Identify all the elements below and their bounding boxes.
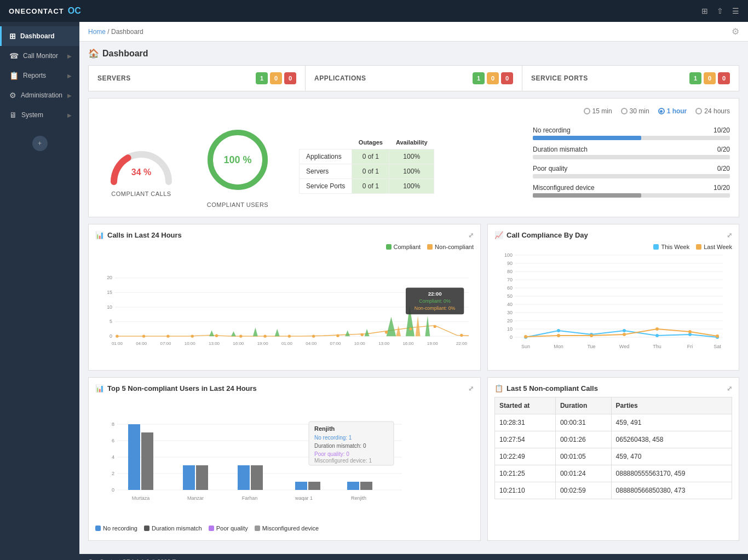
svg-text:07:00: 07:00 (160, 341, 171, 346)
svg-rect-121 (360, 482, 372, 490)
row-parties: 459, 470 (611, 448, 732, 465)
top-header: ONECONTACT OC ⊞ ⇧ ☰ (0, 0, 748, 22)
svg-point-26 (142, 334, 145, 337)
grid-icon[interactable]: ⊞ (701, 7, 708, 15)
col-parties: Parties (611, 397, 732, 414)
svg-rect-115 (196, 465, 208, 490)
legend-last-week-label: Last Week (704, 244, 732, 250)
sidebar-action-button[interactable]: + (32, 136, 48, 151)
stat-label: Misconfigured device (533, 184, 595, 192)
svg-point-31 (263, 334, 266, 337)
compliance-svg-chart: 0 10 20 30 40 50 60 70 80 90 100 (494, 252, 732, 362)
svg-point-35 (361, 333, 364, 336)
svg-text:13:00: 13:00 (209, 341, 220, 346)
stat-duration-mismatch: Duration mismatch 0/20 (533, 146, 730, 159)
servers-badges: 1 0 0 (256, 72, 296, 84)
svg-rect-116 (238, 465, 250, 490)
row-duration: 00:01:26 (555, 431, 611, 448)
svg-text:6: 6 (112, 438, 114, 443)
svg-text:Murtaza: Murtaza (132, 495, 150, 501)
time-filter-1hour[interactable]: 1 hour (658, 107, 687, 115)
sidebar-item-administration[interactable]: ⚙ Administration ▶ (0, 85, 79, 105)
time-filter-15min[interactable]: 15 min (584, 107, 612, 115)
legend-label: Poor quality (216, 525, 248, 532)
app-badge-red: 0 (501, 72, 513, 84)
svg-text:4: 4 (112, 454, 114, 460)
svg-marker-17 (275, 329, 280, 336)
stat-value: 0/20 (717, 165, 730, 172)
calls-chart-expand[interactable]: ⤢ (468, 232, 474, 239)
svg-point-93 (688, 330, 692, 333)
compliance-chart-legend: This Week Last Week (494, 244, 732, 250)
compliant-calls-gauge: 34 % COMPLIANT CALLS (97, 132, 185, 197)
svg-text:0: 0 (110, 333, 112, 339)
sidebar-item-reports[interactable]: 📋 Reports ▶ (0, 66, 79, 85)
noncompliant-expand[interactable]: ⤢ (727, 385, 732, 392)
svg-text:Non-compliant: 0%: Non-compliant: 0% (415, 305, 456, 311)
svg-text:01:00: 01:00 (281, 341, 293, 346)
noncompliant-calls-title: 📋 Last 5 Non-compliant Calls ⤢ (494, 384, 732, 392)
compliance-chart-expand[interactable]: ⤢ (727, 232, 732, 239)
svg-text:100 %: 100 % (223, 154, 251, 165)
svg-text:Tue: Tue (587, 344, 595, 349)
svg-text:20: 20 (507, 318, 513, 324)
svg-rect-114 (183, 465, 195, 490)
svg-text:15: 15 (107, 290, 112, 295)
svg-point-30 (239, 334, 242, 337)
breadcrumb-home[interactable]: Home (88, 28, 106, 36)
svg-rect-119 (308, 482, 320, 490)
svg-point-38 (433, 325, 436, 328)
svg-point-25 (116, 334, 118, 337)
svg-marker-19 (365, 329, 370, 336)
col-started: Started at (495, 397, 556, 414)
top5-chart-icon: 📊 (95, 384, 104, 392)
svg-text:10: 10 (507, 326, 513, 332)
settings-icon[interactable]: ⚙ (732, 26, 739, 37)
row-parties: 065260438, 458 (611, 431, 732, 448)
row-parties: 088880555563170, 459 (611, 465, 732, 482)
time-filter-15min-label: 15 min (592, 107, 612, 115)
server-badge-green: 1 (256, 72, 268, 84)
svg-text:10:00: 10:00 (354, 341, 366, 346)
svg-text:04:00: 04:00 (136, 341, 147, 346)
svg-text:20: 20 (107, 275, 112, 281)
svg-point-89 (557, 334, 560, 337)
top5-chart-title: 📊 Top 5 Non-compliant Users in Last 24 H… (95, 384, 474, 392)
gauges-row: 34 % COMPLIANT CALLS 100 % COMPLIANT USE… (97, 122, 730, 208)
row-started: 10:21:25 (495, 465, 556, 482)
page-title: 🏠 Dashboard (88, 48, 739, 59)
sidebar-item-call-monitor[interactable]: ☎ Call Monitor ▶ (0, 46, 79, 66)
share-icon[interactable]: ⇧ (717, 7, 723, 15)
sidebar-item-dashboard[interactable]: ⊞ Dashboard (0, 26, 79, 46)
svg-text:Sat: Sat (714, 344, 721, 349)
sidebar-item-system[interactable]: 🖥 System ▶ (0, 105, 79, 125)
svg-point-34 (336, 334, 339, 337)
svg-point-91 (623, 333, 626, 336)
time-filter-30min[interactable]: 30 min (621, 107, 649, 115)
legend-no-recording: No recording (95, 525, 137, 532)
table-row: 10:22:49 00:01:05 459, 470 (495, 448, 732, 465)
app-badge-orange: 0 (487, 72, 499, 84)
svg-marker-14 (209, 331, 214, 337)
legend-last-week: Last Week (696, 244, 732, 250)
svg-text:Renjith: Renjith (314, 425, 335, 432)
row-outages: 0 of 1 (352, 179, 389, 194)
status-cards: SERVERS 1 0 0 APPLICATIONS 1 0 0 (88, 65, 739, 91)
svg-text:Misconfigured device: 1: Misconfigured device: 1 (314, 458, 372, 464)
svg-point-84 (623, 329, 626, 332)
menu-icon[interactable]: ☰ (732, 7, 739, 15)
compliant-calls-label: COMPLIANT CALLS (97, 190, 185, 197)
legend-misconfigured: Misconfigured device (255, 525, 319, 532)
top5-chart-expand[interactable]: ⤢ (468, 385, 474, 392)
compliance-chart-title: 📈 Call Compliance By Day ⤢ (494, 231, 732, 239)
table-row: Applications 0 of 1 100% (300, 149, 434, 164)
svg-rect-118 (295, 482, 307, 490)
svg-text:Poor quality: 0: Poor quality: 0 (314, 451, 349, 457)
compliant-users-label: COMPLIANT USERS (194, 201, 281, 208)
svg-text:2: 2 (112, 471, 114, 476)
time-filter-24hours[interactable]: 24 hours (695, 107, 730, 115)
logo: ONECONTACT OC (9, 6, 81, 16)
sidebar-item-label: System (21, 111, 43, 119)
content-area: 🏠 Dashboard SERVERS 1 0 0 APPLICATIONS 1 (79, 42, 748, 554)
server-badge-red: 0 (284, 72, 296, 84)
